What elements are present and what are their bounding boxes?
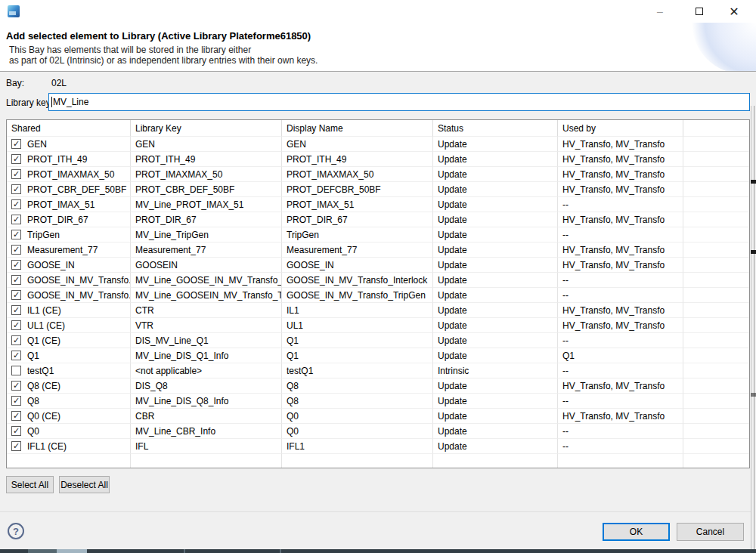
- table-row[interactable]: ✓TripGenMV_Line_TripGenTripGenUpdate--: [7, 227, 749, 243]
- table-row[interactable]: ✓PROT_IMAXMAX_50PROT_IMAXMAX_50PROT_IMAX…: [7, 167, 749, 182]
- help-button[interactable]: ?: [8, 523, 24, 539]
- close-button[interactable]: ✕: [717, 0, 751, 23]
- row-checkbox[interactable]: ✓: [11, 305, 21, 315]
- table-row[interactable]: ✓GOOSE_IN_MV_Transfo...MV_Line_GOOSE_IN_…: [7, 273, 749, 288]
- library-key-cell: CTR: [131, 303, 282, 318]
- column-header-used-by[interactable]: Used by: [558, 120, 683, 137]
- row-checkbox[interactable]: ✓: [11, 290, 21, 300]
- title-bar[interactable]: – ✕: [0, 0, 756, 23]
- table-row[interactable]: ✓UL1 (CE)VTRUL1UpdateHV_Transfo, MV_Tran…: [7, 318, 749, 333]
- row-checkbox[interactable]: ✓: [11, 184, 21, 194]
- shared-cell: ✓Q0 (CE): [7, 409, 131, 424]
- column-header-library-key[interactable]: Library Key: [131, 120, 282, 137]
- row-checkbox[interactable]: ✓: [11, 139, 21, 149]
- table-row[interactable]: ✓Q1MV_Line_DIS_Q1_InfoQ1UpdateQ1: [7, 348, 749, 363]
- shared-cell: ✓GEN: [7, 137, 131, 152]
- library-key-cell: MV_Line_DIS_Q8_Info: [131, 394, 282, 409]
- dialog-header: Add selected element to Library (Active …: [0, 23, 756, 72]
- table-row[interactable]: ✓Q8MV_Line_DIS_Q8_InfoQ8Update--: [7, 394, 749, 409]
- row-checkbox[interactable]: ✓: [11, 245, 21, 255]
- display-name-cell: Q8: [282, 394, 433, 409]
- column-header-status[interactable]: Status: [433, 120, 558, 137]
- table-row[interactable]: ✓PROT_DIR_67PROT_DIR_67PROT_DIR_67Update…: [7, 212, 749, 227]
- empty-cell: [558, 454, 683, 468]
- display-name-cell: Q0: [282, 424, 433, 439]
- display-name-cell: GOOSE_IN: [282, 258, 433, 273]
- dialog-title: Add selected element to Library (Active …: [6, 30, 311, 42]
- table-row[interactable]: ✓IL1 (CE)CTRIL1UpdateHV_Transfo, MV_Tran…: [7, 303, 749, 318]
- used-by-cell: HV_Transfo, MV_Transfo: [558, 182, 683, 197]
- used-by-cell: HV_Transfo, MV_Transfo: [558, 137, 683, 152]
- table-row[interactable]: ✓PROT_ITH_49PROT_ITH_49PROT_ITH_49Update…: [7, 152, 749, 167]
- used-by-cell: --: [558, 333, 683, 348]
- shared-label: PROT_DIR_67: [27, 215, 88, 225]
- table-row[interactable]: ✓PROT_IMAX_51MV_Line_PROT_IMAX_51PROT_IM…: [7, 197, 749, 212]
- row-checkbox[interactable]: ✓: [11, 351, 21, 360]
- table-row[interactable]: ✓GOOSE_INGOOSEINGOOSE_INUpdateHV_Transfo…: [7, 258, 749, 273]
- column-header-shared[interactable]: Shared: [7, 120, 131, 137]
- dialog-description: This Bay has elements that will be store…: [9, 45, 318, 66]
- used-by-cell: Q1: [558, 348, 683, 363]
- minimize-button[interactable]: –: [643, 0, 677, 23]
- row-checkbox[interactable]: ✓: [11, 169, 21, 179]
- display-name-cell: PROT_ITH_49: [282, 152, 433, 167]
- used-by-cell: --: [558, 227, 683, 243]
- ok-button[interactable]: OK: [603, 523, 670, 541]
- scrollbar-line: [754, 106, 754, 549]
- table-row[interactable]: ✓Q0MV_Line_CBR_InfoQ0Update--: [7, 424, 749, 439]
- shared-label: UL1 (CE): [27, 320, 65, 331]
- table-row[interactable]: ✓GENGENGENUpdateHV_Transfo, MV_Transfo: [7, 137, 749, 152]
- table-row[interactable]: ✓Q8 (CE)DIS_Q8Q8UpdateHV_Transfo, MV_Tra…: [7, 378, 749, 394]
- shared-cell: ✓Q0: [7, 424, 131, 439]
- table-row[interactable]: ✓Q1 (CE)DIS_MV_Line_Q1Q1Update--: [7, 333, 749, 348]
- shared-label: GOOSE_IN_MV_Transfo...: [27, 290, 131, 301]
- row-checkbox[interactable]: ✓: [11, 381, 21, 391]
- row-checkbox[interactable]: ✓: [11, 320, 21, 330]
- row-checkbox[interactable]: ✓: [11, 396, 21, 406]
- row-checkbox[interactable]: ✓: [11, 260, 21, 270]
- row-checkbox[interactable]: ✓: [11, 426, 21, 436]
- table-row[interactable]: ✓Measurement_77Measurement_77Measurement…: [7, 243, 749, 258]
- filler-cell: [683, 288, 749, 303]
- filler-cell: [683, 424, 749, 439]
- used-by-cell: --: [558, 288, 683, 303]
- shared-label: Measurement_77: [27, 245, 98, 255]
- maximize-button[interactable]: [682, 0, 717, 23]
- deselect-all-button[interactable]: Deselect All: [59, 476, 110, 493]
- display-name-cell: Q0: [282, 409, 433, 424]
- filler-cell: [683, 394, 749, 409]
- taskbar-strip: [0, 549, 756, 553]
- row-checkbox[interactable]: ✓: [11, 335, 21, 345]
- row-checkbox[interactable]: ✓: [11, 441, 21, 451]
- row-checkbox[interactable]: ✓: [11, 230, 21, 239]
- filler-cell: [683, 318, 749, 333]
- display-name-cell: PROT_IMAX_51: [282, 197, 433, 212]
- library-key-input[interactable]: MV_Line: [48, 93, 750, 111]
- empty-cell: [683, 454, 749, 468]
- cancel-button[interactable]: Cancel: [677, 523, 744, 541]
- table-row[interactable]: ✓Q0 (CE)CBRQ0UpdateHV_Transfo, MV_Transf…: [7, 409, 749, 424]
- row-checkbox[interactable]: ✓: [11, 199, 21, 209]
- table-row[interactable]: testQ1<not applicable>testQ1Intrinsic--: [7, 363, 749, 378]
- display-name-cell: PROT_DEFCBR_50BF: [282, 182, 433, 197]
- display-name-cell: Q1: [282, 348, 433, 363]
- row-checkbox[interactable]: ✓: [11, 275, 21, 285]
- row-checkbox[interactable]: ✓: [11, 215, 21, 224]
- row-checkbox[interactable]: [11, 366, 21, 375]
- used-by-cell: --: [558, 394, 683, 409]
- shared-label: PROT_ITH_49: [27, 154, 87, 165]
- filler-cell: [683, 258, 749, 273]
- select-all-button[interactable]: Select All: [6, 476, 54, 493]
- table-row[interactable]: ✓PROT_CBR_DEF_50BFPROT_CBR_DEF_50BFPROT_…: [7, 182, 749, 197]
- library-key-cell: DIS_MV_Line_Q1: [131, 333, 282, 348]
- table-row[interactable]: ✓IFL1 (CE)IFLIFL1Update--: [7, 439, 749, 454]
- column-header-display-name[interactable]: Display Name: [282, 120, 433, 137]
- status-cell: Update: [433, 318, 558, 333]
- table-row[interactable]: ✓GOOSE_IN_MV_Transfo...MV_Line_GOOSEIN_M…: [7, 288, 749, 303]
- filler-cell: [683, 152, 749, 167]
- row-checkbox[interactable]: ✓: [11, 154, 21, 164]
- row-checkbox[interactable]: ✓: [11, 411, 21, 421]
- status-cell: Update: [433, 409, 558, 424]
- display-name-cell: Q1: [282, 333, 433, 348]
- shared-label: Q8: [27, 396, 39, 406]
